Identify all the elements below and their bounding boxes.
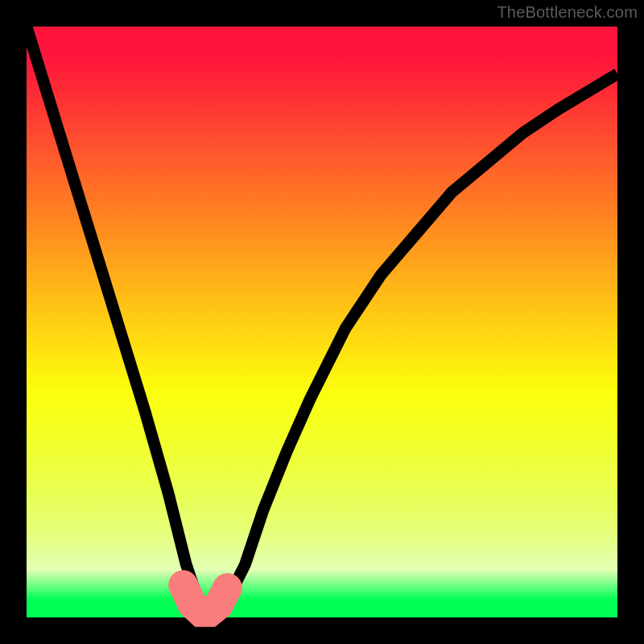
chart-svg <box>27 27 617 617</box>
marker-dot <box>204 607 215 617</box>
marker-dot <box>187 599 197 609</box>
plot-area <box>27 27 617 617</box>
chart-frame: TheBottleneck.com <box>0 0 644 644</box>
watermark-text: TheBottleneck.com <box>497 3 638 22</box>
marker-dot <box>213 600 224 610</box>
marker-dot <box>222 583 233 593</box>
bottleneck-curve <box>27 27 617 612</box>
marker-dot <box>178 580 188 590</box>
